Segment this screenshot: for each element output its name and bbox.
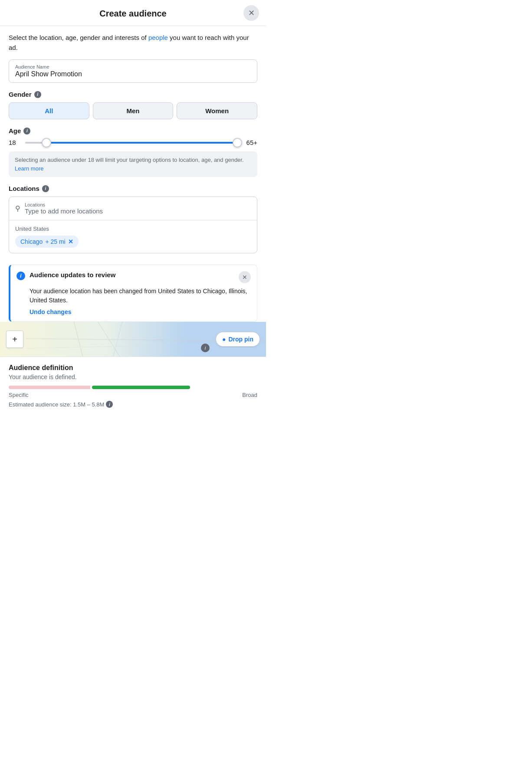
bar-labels: Specific Broad <box>9 392 257 398</box>
estimated-info-icon[interactable]: i <box>106 401 113 408</box>
age-label-text: Age <box>9 127 21 134</box>
locations-box: ⚲ Locations Type to add more locations U… <box>9 197 257 253</box>
learn-more-link[interactable]: Learn more <box>15 165 43 172</box>
age-slider-thumb-right[interactable] <box>233 138 242 147</box>
map-zoom-in-button[interactable]: + <box>6 331 23 348</box>
locations-search-placeholder: Type to add more locations <box>25 207 251 215</box>
location-tag-radius: + 25 mi <box>45 238 65 245</box>
locations-list: United States Chicago + 25 mi ✕ <box>9 220 257 253</box>
gender-all-button[interactable]: All <box>9 102 89 119</box>
age-min-label: 18 <box>9 139 21 146</box>
age-range-row: 18 65+ <box>9 139 257 146</box>
notification-info-icon: i <box>16 272 25 280</box>
locations-search-sublabel: Locations <box>25 202 251 207</box>
audience-definition-subtitle: Your audience is defined. <box>9 373 257 380</box>
modal-title: Create audience <box>99 9 167 19</box>
gender-info-icon[interactable]: i <box>34 91 41 98</box>
modal-header: Create audience ✕ <box>0 0 266 26</box>
bar-label-broad: Broad <box>242 392 257 398</box>
audience-definition-section: Audience definition Your audience is def… <box>0 357 266 412</box>
locations-search-inner: Locations Type to add more locations <box>25 202 251 215</box>
age-max-label: 65+ <box>242 139 257 146</box>
map-strip: + ● Drop pin i <box>0 322 266 357</box>
age-warning-box: Selecting an audience under 18 will limi… <box>9 151 257 177</box>
close-icon: ✕ <box>248 8 255 18</box>
notification-header: i Audience updates to review ✕ <box>16 271 251 283</box>
intro-description: Select the location, age, gender and int… <box>9 33 257 52</box>
drop-pin-button[interactable]: ● Drop pin <box>216 332 260 347</box>
locations-info-icon[interactable]: i <box>42 185 49 192</box>
age-info-icon[interactable]: i <box>23 128 30 134</box>
main-content: Select the location, age, gender and int… <box>0 26 266 265</box>
audience-name-label: Audience Name <box>15 64 251 69</box>
age-section: 18 65+ <box>9 139 257 146</box>
locations-search-row[interactable]: ⚲ Locations Type to add more locations <box>9 197 257 220</box>
map-info-icon[interactable]: i <box>201 344 210 352</box>
gender-men-button[interactable]: Men <box>93 102 174 119</box>
estimated-text: Estimated audience size: 1.5M – 5.8M <box>9 401 104 408</box>
locations-label-text: Locations <box>9 185 39 192</box>
locations-section-label: Locations i <box>9 185 257 192</box>
gender-women-button[interactable]: Women <box>177 102 257 119</box>
bar-label-specific: Specific <box>9 392 29 398</box>
gender-button-group: All Men Women <box>9 102 257 119</box>
close-button[interactable]: ✕ <box>243 5 259 21</box>
bar-broad <box>192 386 257 389</box>
notification-title: Audience updates to review <box>30 271 234 278</box>
drop-pin-label: Drop pin <box>228 336 253 343</box>
notification-close-icon: ✕ <box>242 274 247 281</box>
pin-icon: ● <box>222 336 226 343</box>
gender-section-label: Gender i <box>9 91 257 98</box>
age-section-label: Age i <box>9 127 257 134</box>
definition-bar <box>9 386 257 389</box>
search-icon: ⚲ <box>15 204 20 213</box>
undo-changes-link[interactable]: Undo changes <box>16 308 251 315</box>
people-link[interactable]: people <box>148 34 168 41</box>
audience-name-field[interactable]: Audience Name April Show Promotion <box>9 59 257 83</box>
location-tag-city: Chicago <box>20 238 43 245</box>
age-slider-thumb-left[interactable] <box>42 138 51 147</box>
age-warning-text: Selecting an audience under 18 will limi… <box>15 157 244 163</box>
notification-box: i Audience updates to review ✕ Your audi… <box>9 265 257 322</box>
estimated-audience-label: Estimated audience size: 1.5M – 5.8M i <box>9 401 257 408</box>
svg-line-4 <box>26 346 146 348</box>
audience-name-value: April Show Promotion <box>15 70 251 78</box>
notification-close-button[interactable]: ✕ <box>239 271 251 283</box>
location-tag-chicago: Chicago + 25 mi ✕ <box>15 236 79 248</box>
map-plus-icon: + <box>12 334 17 344</box>
gender-label-text: Gender <box>9 91 32 98</box>
bar-specific <box>9 386 90 389</box>
age-slider-track[interactable] <box>25 142 237 144</box>
locations-country: United States <box>15 226 251 232</box>
audience-definition-title: Audience definition <box>9 364 257 372</box>
location-tag-remove[interactable]: ✕ <box>68 238 73 245</box>
notification-body: Your audience location has been changed … <box>16 287 251 305</box>
bar-defined <box>92 386 190 389</box>
description-text-before: Select the location, age, gender and int… <box>9 34 148 41</box>
